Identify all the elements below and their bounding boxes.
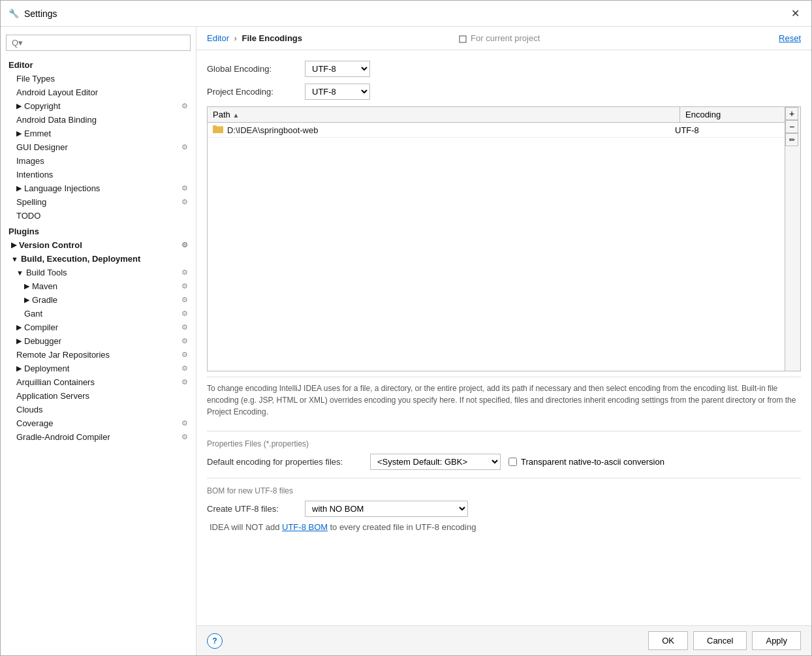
sidebar-item-version-control[interactable]: ▶ Version Control ⚙ [1, 238, 196, 252]
sidebar-section-editor: Editor [1, 56, 196, 72]
sidebar-item-emmet[interactable]: ▶ Emmet [1, 127, 196, 140]
gear-icon: ⚙ [181, 337, 188, 345]
file-path-cell: D:\IDEA\springboot-web [227, 125, 675, 135]
properties-section-title: Properties Files (*.properties) [207, 439, 801, 448]
expand-arrow-icon: ▶ [11, 241, 16, 249]
sidebar-item-label: Gradle-Android Compiler [16, 432, 110, 442]
sidebar-item-coverage[interactable]: Coverage ⚙ [1, 416, 196, 430]
gear-icon: ⚙ [181, 268, 188, 277]
sidebar-item-label: Copyright [24, 101, 61, 111]
gear-icon: ⚙ [181, 282, 188, 290]
expand-arrow-icon: ▶ [16, 337, 22, 345]
breadcrumb-parent[interactable]: Editor [207, 33, 229, 43]
gear-icon: ⚙ [181, 309, 188, 318]
transparent-checkbox[interactable] [508, 458, 517, 466]
table-row[interactable]: D:\IDEA\springboot-web UTF-8 [208, 123, 785, 138]
sidebar-item-remote-jar[interactable]: Remote Jar Repositories ⚙ [1, 348, 196, 362]
sort-arrow-icon: ▲ [232, 112, 239, 119]
sidebar-item-file-types[interactable]: File Types [1, 72, 196, 86]
sidebar-item-label: Gant [24, 309, 42, 319]
sidebar-item-gant[interactable]: Gant ⚙ [1, 307, 196, 320]
project-encoding-label: Project Encoding: [207, 87, 305, 97]
sidebar-item-copyright[interactable]: ▶ Copyright ⚙ [1, 99, 196, 113]
app-icon: 🔧 [8, 8, 19, 19]
col-path-header[interactable]: Path ▲ [208, 107, 680, 122]
sidebar-item-gradle[interactable]: ▶ Gradle ⚙ [1, 293, 196, 307]
sidebar-item-deployment[interactable]: ▶ Deployment ⚙ [1, 362, 196, 375]
footer: ? OK Cancel Apply [196, 625, 811, 655]
sidebar-item-label: Build Tools [26, 268, 67, 277]
sidebar-section-plugins: Plugins [1, 223, 196, 238]
sidebar-item-label: Spelling [16, 197, 46, 207]
sidebar-item-app-servers[interactable]: Application Servers [1, 389, 196, 403]
expand-arrow-icon: ▶ [16, 323, 22, 332]
sidebar-item-label: Language Injections [24, 183, 100, 193]
apply-button[interactable]: Apply [752, 631, 801, 650]
file-table-main: Path ▲ Encoding D:\IDEA\springboot-web [208, 107, 785, 371]
bom-note-link[interactable]: UTF-8 BOM [282, 522, 328, 532]
info-text: To change encoding IntelliJ IDEA uses fo… [207, 377, 801, 423]
expand-arrow-icon: ▶ [16, 102, 22, 110]
properties-encoding-select[interactable]: <System Default: GBK> [370, 454, 501, 470]
sidebar-item-build-tools[interactable]: ▼ Build Tools ⚙ [1, 266, 196, 279]
sidebar-item-gradle-android[interactable]: Gradle-Android Compiler ⚙ [1, 430, 196, 444]
sidebar-item-label: Arquillian Containers [16, 377, 95, 387]
sidebar-item-maven[interactable]: ▶ Maven ⚙ [1, 279, 196, 293]
sidebar-item-intentions[interactable]: Intentions [1, 168, 196, 181]
breadcrumb-current: File Encodings [242, 33, 302, 43]
add-row-button[interactable]: + [785, 107, 798, 120]
sidebar-item-label: Clouds [16, 405, 42, 414]
search-input[interactable] [6, 35, 191, 51]
create-utf8-select[interactable]: with NO BOM [305, 501, 468, 517]
expand-arrow-icon: ▶ [24, 282, 29, 290]
reset-link[interactable]: Reset [779, 33, 801, 43]
sidebar-item-debugger[interactable]: ▶ Debugger ⚙ [1, 334, 196, 348]
transparent-checkbox-row: Transparent native-to-ascii conversion [508, 457, 664, 467]
col-encoding-header[interactable]: Encoding [680, 107, 785, 122]
global-encoding-select[interactable]: UTF-8 [305, 61, 370, 77]
ok-button[interactable]: OK [648, 631, 688, 650]
global-encoding-row: Global Encoding: UTF-8 [207, 61, 801, 77]
expand-arrow-icon: ▶ [16, 184, 22, 193]
sidebar-item-clouds[interactable]: Clouds [1, 403, 196, 416]
gear-icon: ⚙ [181, 323, 188, 332]
window-title: Settings [24, 8, 787, 19]
settings-window: 🔧 Settings ✕ Editor File Types Android L… [0, 0, 812, 656]
properties-encoding-row: Default encoding for properties files: <… [207, 454, 801, 470]
sidebar-item-label: Coverage [16, 418, 53, 428]
sidebar-item-compiler[interactable]: ▶ Compiler ⚙ [1, 320, 196, 334]
help-button[interactable]: ? [207, 633, 223, 649]
sidebar-item-label: Application Servers [16, 391, 89, 401]
breadcrumb: Editor › File Encodings [207, 33, 446, 43]
sidebar-item-label: Debugger [24, 336, 61, 346]
global-encoding-label: Global Encoding: [207, 64, 305, 74]
bom-note-prefix: IDEA will NOT add [210, 522, 282, 532]
search-box [6, 35, 191, 51]
close-button[interactable]: ✕ [787, 6, 804, 21]
table-actions: + − ✏ [785, 107, 800, 371]
gear-icon: ⚙ [181, 102, 188, 110]
gear-icon: ⚙ [181, 419, 188, 428]
sidebar-item-gui-designer[interactable]: GUI Designer ⚙ [1, 140, 196, 154]
sidebar-item-images[interactable]: Images [1, 154, 196, 168]
sidebar-item-label: Version Control [19, 240, 82, 250]
sidebar-item-android-layout[interactable]: Android Layout Editor [1, 86, 196, 99]
sidebar-item-arquillian[interactable]: Arquillian Containers ⚙ [1, 375, 196, 389]
sidebar-item-label: Gradle [32, 295, 57, 305]
remove-row-button[interactable]: − [785, 120, 798, 133]
sidebar-item-android-data[interactable]: Android Data Binding [1, 113, 196, 127]
project-encoding-select[interactable]: UTF-8 [305, 84, 370, 100]
gear-icon: ⚙ [181, 184, 188, 193]
sidebar-item-label: Emmet [24, 129, 51, 138]
expand-arrow-icon: ▶ [16, 364, 22, 373]
sidebar-item-todo[interactable]: TODO [1, 209, 196, 223]
edit-row-button[interactable]: ✏ [785, 133, 798, 146]
cancel-button[interactable]: Cancel [693, 631, 747, 650]
sidebar-item-build-exec-deploy[interactable]: ▼ Build, Execution, Deployment [1, 252, 196, 266]
sidebar-item-language-injections[interactable]: ▶ Language Injections ⚙ [1, 181, 196, 195]
gear-icon: ⚙ [181, 198, 188, 206]
sidebar-item-label: Build, Execution, Deployment [21, 254, 140, 264]
sidebar-item-spelling[interactable]: Spelling ⚙ [1, 195, 196, 209]
bom-note: IDEA will NOT add UTF-8 BOM to every cre… [207, 522, 801, 532]
gear-icon: ⚙ [181, 378, 188, 386]
